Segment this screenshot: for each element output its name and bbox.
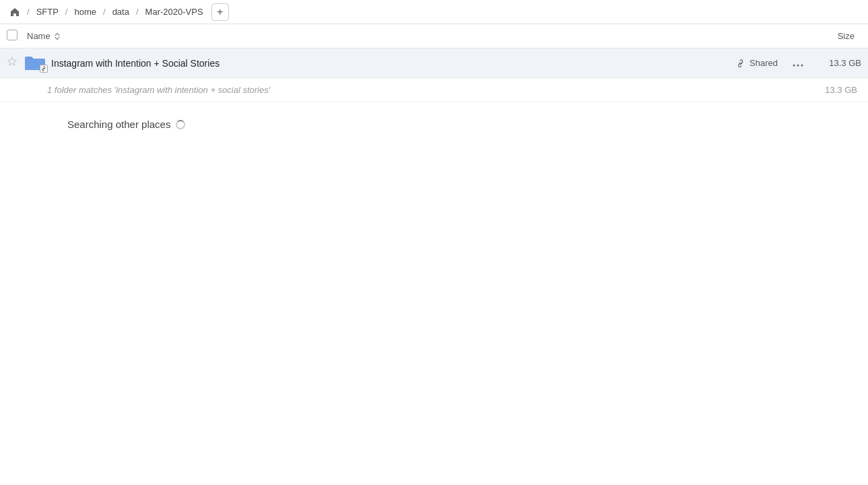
- sort-icon: [53, 32, 61, 40]
- more-options-button[interactable]: [789, 53, 807, 73]
- sep-2: /: [64, 7, 69, 17]
- loading-spinner: [176, 120, 185, 129]
- sep-3: /: [102, 7, 107, 17]
- file-name[interactable]: Instagram with Intention + Social Storie…: [51, 58, 737, 69]
- name-column-header[interactable]: Name: [27, 31, 838, 41]
- searching-section: Searching other places: [0, 102, 868, 138]
- file-row[interactable]: Instagram with Intention + Social Storie…: [0, 48, 868, 78]
- sep-4: /: [135, 7, 140, 17]
- header-checkbox-col: [7, 30, 27, 42]
- file-size: 13.3 GB: [814, 58, 861, 68]
- top-bar: / SFTP / home / data / Mar-2020-VPS +: [0, 0, 868, 24]
- folder-badge: [40, 65, 48, 73]
- size-column-header: Size: [838, 31, 861, 41]
- svg-point-0: [793, 65, 795, 67]
- searching-label: Searching other places: [67, 119, 170, 130]
- column-headers: Name Size: [0, 24, 868, 48]
- header-checkbox[interactable]: [7, 30, 18, 40]
- folder-icon: [23, 53, 47, 73]
- summary-text: 1 folder matches 'instagram with intenti…: [47, 85, 825, 95]
- shared-indicator: Shared: [737, 58, 778, 68]
- breadcrumb-home[interactable]: home: [71, 5, 99, 18]
- link-icon: [737, 59, 746, 68]
- svg-point-1: [797, 65, 799, 67]
- summary-size: 13.3 GB: [825, 85, 857, 95]
- add-button[interactable]: +: [211, 3, 229, 21]
- sep-1: /: [26, 7, 31, 17]
- breadcrumb-sftp[interactable]: SFTP: [34, 5, 61, 18]
- svg-point-2: [801, 65, 803, 67]
- breadcrumb-mar2020vps[interactable]: Mar-2020-VPS: [143, 5, 206, 18]
- summary-row: 1 folder matches 'instagram with intenti…: [0, 78, 868, 102]
- name-column-label: Name: [27, 31, 51, 41]
- shared-label: Shared: [749, 58, 778, 68]
- breadcrumb-data[interactable]: data: [110, 5, 132, 18]
- star-icon[interactable]: [7, 57, 23, 69]
- home-button[interactable]: [7, 4, 23, 20]
